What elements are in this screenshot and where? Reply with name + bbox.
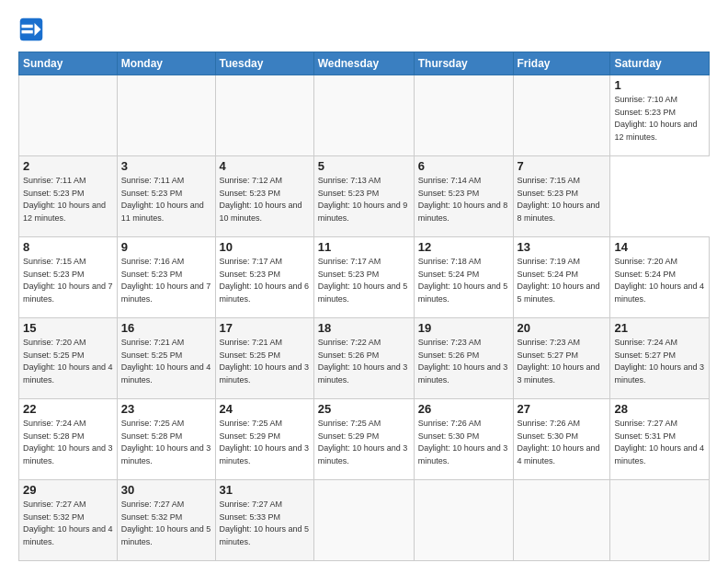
empty-cell [414,480,513,561]
day-info: Sunrise: 7:12 AMSunset: 5:23 PMDaylight:… [220,176,302,223]
calendar-day: 29Sunrise: 7:27 AMSunset: 5:32 PMDayligh… [19,480,118,561]
calendar-day: 15Sunrise: 7:20 AMSunset: 5:25 PMDayligh… [19,318,118,399]
calendar-week-row: 2Sunrise: 7:11 AMSunset: 5:23 PMDaylight… [19,156,710,237]
day-number: 5 [318,159,410,173]
day-number: 9 [121,240,211,254]
day-info: Sunrise: 7:21 AMSunset: 5:25 PMDaylight:… [121,338,211,385]
calendar-day: 28Sunrise: 7:27 AMSunset: 5:31 PMDayligh… [610,399,710,480]
calendar-day: 17Sunrise: 7:21 AMSunset: 5:25 PMDayligh… [215,318,313,399]
calendar-day: 13Sunrise: 7:19 AMSunset: 5:24 PMDayligh… [513,237,610,318]
day-number: 3 [121,159,211,173]
day-info: Sunrise: 7:17 AMSunset: 5:23 PMDaylight:… [220,257,310,304]
calendar-day: 7Sunrise: 7:15 AMSunset: 5:23 PMDaylight… [513,156,610,237]
day-info: Sunrise: 7:20 AMSunset: 5:24 PMDaylight:… [614,257,704,304]
calendar-day: 31Sunrise: 7:27 AMSunset: 5:33 PMDayligh… [215,480,313,561]
day-number: 18 [318,321,410,335]
calendar-week-row: 15Sunrise: 7:20 AMSunset: 5:25 PMDayligh… [19,318,710,399]
col-sunday: Sunday [19,52,118,75]
day-number: 11 [318,240,410,254]
col-monday: Monday [117,52,215,75]
day-number: 15 [23,321,113,335]
col-friday: Friday [513,52,610,75]
empty-cell [19,75,118,156]
calendar-day: 2Sunrise: 7:11 AMSunset: 5:23 PMDaylight… [19,156,118,237]
day-number: 21 [614,321,705,335]
day-number: 10 [220,240,310,254]
day-info: Sunrise: 7:27 AMSunset: 5:33 PMDaylight:… [220,500,310,546]
calendar-day: 25Sunrise: 7:25 AMSunset: 5:29 PMDayligh… [313,399,414,480]
empty-cell [513,480,610,561]
calendar-day: 14Sunrise: 7:20 AMSunset: 5:24 PMDayligh… [610,237,710,318]
col-tuesday: Tuesday [215,52,313,75]
calendar-day: 5Sunrise: 7:13 AMSunset: 5:23 PMDaylight… [313,156,414,237]
calendar-day: 6Sunrise: 7:14 AMSunset: 5:23 PMDaylight… [414,156,513,237]
day-info: Sunrise: 7:26 AMSunset: 5:30 PMDaylight:… [518,419,600,465]
calendar-day: 9Sunrise: 7:16 AMSunset: 5:23 PMDaylight… [117,237,215,318]
calendar-day: 3Sunrise: 7:11 AMSunset: 5:23 PMDaylight… [117,156,215,237]
day-info: Sunrise: 7:27 AMSunset: 5:31 PMDaylight:… [614,419,704,465]
day-info: Sunrise: 7:24 AMSunset: 5:27 PMDaylight:… [614,338,704,385]
day-number: 20 [518,321,607,335]
day-number: 25 [318,402,410,416]
calendar-day: 20Sunrise: 7:23 AMSunset: 5:27 PMDayligh… [513,318,610,399]
day-number: 8 [23,240,113,254]
calendar-day: 12Sunrise: 7:18 AMSunset: 5:24 PMDayligh… [414,237,513,318]
day-info: Sunrise: 7:25 AMSunset: 5:29 PMDaylight:… [318,419,408,465]
calendar-day: 30Sunrise: 7:27 AMSunset: 5:32 PMDayligh… [117,480,215,561]
day-info: Sunrise: 7:27 AMSunset: 5:32 PMDaylight:… [121,500,211,546]
calendar-week-row: 1Sunrise: 7:10 AMSunset: 5:23 PMDaylight… [19,75,710,156]
calendar-week-row: 29Sunrise: 7:27 AMSunset: 5:32 PMDayligh… [19,480,710,561]
calendar-week-row: 22Sunrise: 7:24 AMSunset: 5:28 PMDayligh… [19,399,710,480]
day-number: 7 [518,159,607,173]
day-number: 4 [220,159,310,173]
day-number: 26 [418,402,509,416]
day-info: Sunrise: 7:15 AMSunset: 5:23 PMDaylight:… [23,257,113,304]
empty-cell [313,480,414,561]
calendar-table: Sunday Monday Tuesday Wednesday Thursday… [18,52,710,561]
day-number: 19 [418,321,509,335]
calendar-day: 21Sunrise: 7:24 AMSunset: 5:27 PMDayligh… [610,318,710,399]
day-number: 12 [418,240,509,254]
header-row: Sunday Monday Tuesday Wednesday Thursday… [19,52,710,75]
empty-cell [215,75,313,156]
day-info: Sunrise: 7:25 AMSunset: 5:28 PMDaylight:… [121,419,211,465]
calendar-day: 8Sunrise: 7:15 AMSunset: 5:23 PMDaylight… [19,237,118,318]
day-number: 28 [614,402,705,416]
calendar-day: 19Sunrise: 7:23 AMSunset: 5:26 PMDayligh… [414,318,513,399]
calendar-day: 24Sunrise: 7:25 AMSunset: 5:29 PMDayligh… [215,399,313,480]
day-info: Sunrise: 7:20 AMSunset: 5:25 PMDaylight:… [23,338,113,385]
day-number: 2 [23,159,113,173]
calendar-day: 22Sunrise: 7:24 AMSunset: 5:28 PMDayligh… [19,399,118,480]
day-number: 30 [121,483,211,497]
day-number: 27 [518,402,607,416]
day-info: Sunrise: 7:18 AMSunset: 5:24 PMDaylight:… [418,257,508,304]
calendar-day: 1Sunrise: 7:10 AMSunset: 5:23 PMDaylight… [610,75,710,156]
logo-icon [18,17,44,42]
calendar-body: 1Sunrise: 7:10 AMSunset: 5:23 PMDaylight… [19,75,710,561]
day-number: 23 [121,402,211,416]
calendar-day: 10Sunrise: 7:17 AMSunset: 5:23 PMDayligh… [215,237,313,318]
empty-cell [414,75,513,156]
day-number: 1 [614,78,705,92]
empty-cell [117,75,215,156]
day-info: Sunrise: 7:23 AMSunset: 5:26 PMDaylight:… [418,338,508,385]
calendar-day: 16Sunrise: 7:21 AMSunset: 5:25 PMDayligh… [117,318,215,399]
day-info: Sunrise: 7:14 AMSunset: 5:23 PMDaylight:… [418,176,508,223]
day-number: 6 [418,159,509,173]
col-wednesday: Wednesday [313,52,414,75]
day-info: Sunrise: 7:27 AMSunset: 5:32 PMDaylight:… [23,500,113,546]
day-info: Sunrise: 7:15 AMSunset: 5:23 PMDaylight:… [518,176,600,223]
day-info: Sunrise: 7:21 AMSunset: 5:25 PMDaylight:… [220,338,310,385]
day-info: Sunrise: 7:13 AMSunset: 5:23 PMDaylight:… [318,176,408,223]
empty-cell [313,75,414,156]
day-info: Sunrise: 7:17 AMSunset: 5:23 PMDaylight:… [318,257,408,304]
logo [18,17,48,42]
day-number: 14 [614,240,705,254]
day-number: 17 [220,321,310,335]
svg-rect-3 [22,30,33,34]
calendar-day: 11Sunrise: 7:17 AMSunset: 5:23 PMDayligh… [313,237,414,318]
col-thursday: Thursday [414,52,513,75]
calendar-day: 27Sunrise: 7:26 AMSunset: 5:30 PMDayligh… [513,399,610,480]
day-number: 13 [518,240,607,254]
day-info: Sunrise: 7:24 AMSunset: 5:28 PMDaylight:… [23,419,113,465]
